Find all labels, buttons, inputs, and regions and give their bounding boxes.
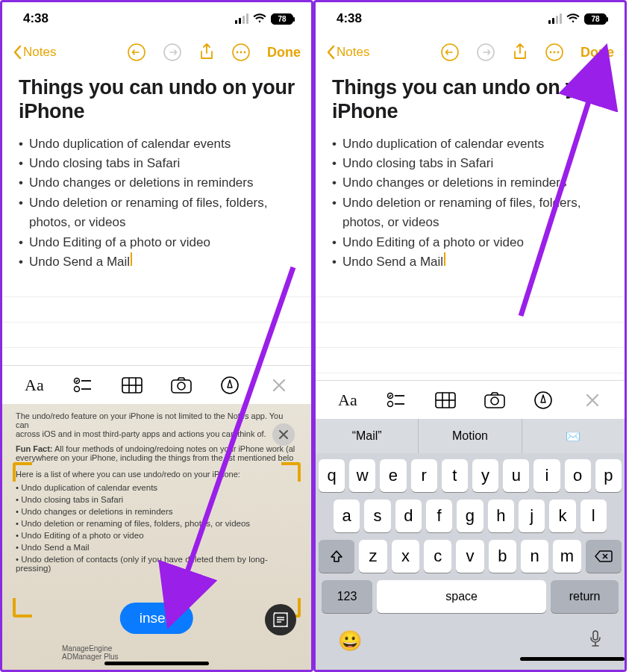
more-button[interactable] (545, 43, 564, 62)
svg-point-27 (557, 52, 560, 54)
done-button[interactable]: Done (581, 45, 614, 60)
back-label: Notes (23, 45, 56, 60)
live-text-scanner: The undo/redo feature on your iPhone is … (2, 404, 311, 670)
undo-button[interactable] (127, 43, 146, 62)
keyboard-row-3: z x c v b n m (319, 540, 622, 573)
key-x[interactable]: x (392, 540, 419, 573)
key-f[interactable]: f (426, 500, 452, 532)
emoji-button[interactable]: 😀 (338, 629, 362, 654)
key-h[interactable]: h (488, 500, 514, 532)
home-indicator[interactable] (104, 662, 209, 665)
mail-icon: ✉️ (566, 429, 581, 444)
key-b[interactable]: b (489, 540, 516, 573)
share-button[interactable] (512, 43, 528, 62)
key-m[interactable]: m (553, 540, 581, 573)
suggestion-1[interactable]: “Mail” (316, 419, 419, 453)
status-time: 4:38 (23, 11, 48, 26)
table-button[interactable] (121, 374, 143, 396)
checklist-button[interactable] (385, 389, 407, 411)
suggestion-2[interactable]: Motion (419, 419, 522, 453)
svg-point-38 (535, 392, 551, 408)
share-button[interactable] (198, 43, 215, 62)
key-j[interactable]: j (519, 500, 545, 532)
note-body[interactable]: Things you can undo on your iPhone Undo … (2, 69, 311, 272)
home-indicator[interactable] (520, 657, 625, 661)
numbers-key[interactable]: 123 (322, 580, 372, 613)
key-i[interactable]: i (533, 459, 560, 492)
text-cursor (131, 252, 132, 266)
table-button[interactable] (434, 389, 457, 411)
key-u[interactable]: u (503, 459, 529, 492)
suggestion-3[interactable]: ✉️ (522, 419, 625, 453)
keyboard-row-1: q w e r t y u i o p (319, 459, 622, 492)
key-o[interactable]: o (565, 459, 591, 492)
key-l[interactable]: l (581, 500, 607, 532)
note-lines[interactable] (2, 272, 311, 365)
more-button[interactable] (231, 43, 251, 62)
dictation-button[interactable] (589, 629, 602, 654)
back-button[interactable]: Notes (13, 45, 56, 60)
text-cursor (444, 252, 445, 266)
back-button[interactable]: Notes (326, 45, 369, 60)
key-v[interactable]: v (456, 540, 484, 573)
battery-icon: 78 (584, 13, 607, 25)
key-e[interactable]: e (380, 459, 406, 492)
wifi-icon (253, 13, 266, 24)
checklist-button[interactable] (72, 374, 94, 396)
redo-button (476, 43, 495, 62)
svg-point-30 (388, 401, 393, 406)
key-d[interactable]: d (395, 500, 422, 532)
markup-button[interactable] (219, 374, 241, 396)
svg-point-15 (178, 382, 185, 390)
note-lines[interactable] (316, 272, 625, 380)
shift-key[interactable] (319, 540, 354, 573)
note-title: Things you can undo on your iPhone (19, 75, 295, 124)
live-text-button[interactable] (265, 604, 296, 635)
battery-icon: 78 (271, 13, 293, 25)
return-key[interactable]: return (551, 580, 619, 613)
wifi-icon (566, 13, 580, 24)
key-r[interactable]: r (411, 459, 437, 492)
undo-button[interactable] (440, 43, 460, 62)
space-key[interactable]: space (377, 580, 546, 613)
key-p[interactable]: p (595, 459, 622, 492)
keyboard: “Mail” Motion ✉️ q w e r t y u i o p a s… (316, 419, 625, 670)
format-toolbar: Aa (2, 365, 311, 404)
close-scanner-button[interactable] (272, 423, 295, 446)
done-button[interactable]: Done (267, 45, 301, 60)
nav-bar: Notes Done (316, 35, 625, 69)
key-n[interactable]: n (521, 540, 548, 573)
format-toolbar: Aa (316, 380, 625, 419)
note-body[interactable]: Things you can undo on your iPhone Undo … (316, 69, 625, 272)
insert-button[interactable]: insert (120, 603, 193, 634)
svg-point-5 (244, 52, 246, 54)
close-toolbar-button[interactable] (581, 389, 604, 411)
key-s[interactable]: s (364, 500, 390, 532)
key-y[interactable]: y (472, 459, 498, 492)
left-phone: 4:38 78 Notes Done Things you can undo o… (0, 0, 313, 672)
key-k[interactable]: k (549, 500, 575, 532)
key-z[interactable]: z (359, 540, 387, 573)
note-bullets: Undo duplication of calendar events Undo… (332, 134, 608, 272)
key-q[interactable]: q (319, 459, 345, 492)
delete-key[interactable] (586, 540, 622, 573)
key-a[interactable]: a (334, 500, 360, 532)
camera-button[interactable] (484, 389, 506, 411)
key-w[interactable]: w (349, 459, 375, 492)
scan-corner-icon (13, 598, 32, 617)
status-bar: 4:38 78 (316, 2, 625, 35)
scan-corner-icon (281, 462, 301, 482)
key-t[interactable]: t (442, 459, 468, 492)
close-toolbar-button[interactable] (268, 374, 290, 396)
scan-corner-icon (13, 462, 32, 482)
keyboard-row-2: a s d f g h j k l (319, 500, 622, 532)
nav-bar: Notes Done (2, 35, 311, 69)
camera-button[interactable] (170, 374, 193, 396)
text-format-button[interactable]: Aa (337, 389, 359, 411)
svg-point-25 (550, 52, 552, 54)
key-g[interactable]: g (457, 500, 483, 532)
markup-button[interactable] (532, 389, 554, 411)
cellular-icon (548, 13, 562, 24)
text-format-button[interactable]: Aa (23, 374, 46, 396)
key-c[interactable]: c (424, 540, 451, 573)
